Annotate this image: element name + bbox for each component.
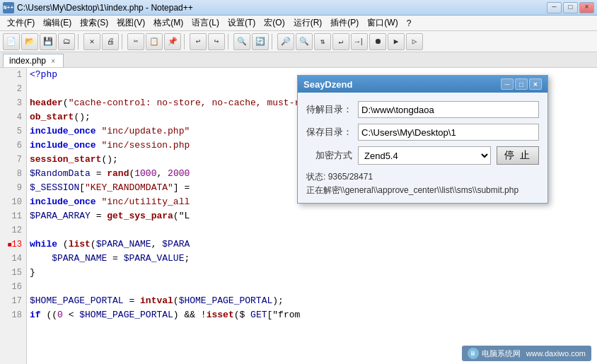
tab-index-php[interactable]: index.php × xyxy=(3,54,64,67)
toolbar-sep5 xyxy=(272,34,274,49)
watermark-text: 电脑系统网 xyxy=(482,348,521,359)
dialog-titlebar: SeayDzend ─ □ × xyxy=(298,76,547,93)
zoom-in-button[interactable]: 🔎 xyxy=(277,33,294,50)
dialog-body: 待解目录： 保存目录： 加密方式 Zend5.4 停 止 状态: 9365/28… xyxy=(298,93,547,203)
watermark-icon: 🖥 xyxy=(468,348,479,359)
menu-macro[interactable]: 宏(O) xyxy=(260,16,289,30)
macro-rec-button[interactable]: ⏺ xyxy=(369,33,386,50)
code-line-13: while (list($PARA_NAME, $PARA xyxy=(30,237,594,252)
line-num-8: 8 xyxy=(0,167,26,181)
indent-button[interactable]: →| xyxy=(351,33,368,50)
line-num-3: 3 xyxy=(0,96,26,110)
paste-button[interactable]: 📌 xyxy=(164,33,181,50)
toolbar-sep1 xyxy=(78,34,81,49)
replace-button[interactable]: 🔄 xyxy=(252,33,269,50)
window-controls: ─ □ × xyxy=(547,2,594,13)
line-num-11: 11 xyxy=(0,209,26,223)
source-dir-label: 待解目录： xyxy=(306,103,352,116)
line-num-4: 4 xyxy=(0,110,26,124)
line-num-18: 18 xyxy=(0,308,26,322)
code-line-14: $PARA_NAME = $PARA_VALUE; xyxy=(30,252,594,266)
macro-play-button[interactable]: ▶ xyxy=(388,33,405,50)
code-line-15: } xyxy=(30,266,594,280)
redo-button[interactable]: ↪ xyxy=(208,33,225,50)
dialog-maximize-button[interactable]: □ xyxy=(515,78,528,90)
line-num-1: 1 xyxy=(0,68,26,82)
maximize-button[interactable]: □ xyxy=(563,2,578,13)
tab-bar: index.php × xyxy=(0,52,597,68)
window-title: C:\Users\My\Desktop\1\index.php - Notepa… xyxy=(17,3,547,13)
word-wrap-button[interactable]: ↵ xyxy=(332,33,349,50)
line-num-9: 9 xyxy=(0,181,26,195)
source-dir-row: 待解目录： xyxy=(306,101,539,118)
code-line-17: $HOME_PAGE_PORTAL = intval($HOME_PAGE_PO… xyxy=(30,294,594,308)
menu-file[interactable]: 文件(F) xyxy=(3,16,39,30)
menu-run[interactable]: 运行(R) xyxy=(289,16,327,30)
toolbar-sep2 xyxy=(122,34,124,49)
stop-button[interactable]: 停 止 xyxy=(497,146,539,165)
target-dir-label: 保存目录： xyxy=(306,126,352,139)
encode-label: 加密方式 xyxy=(306,149,352,162)
target-dir-input[interactable] xyxy=(358,124,539,141)
menu-bar: 文件(F) 编辑(E) 搜索(S) 视图(V) 格式(M) 语言(L) 设置(T… xyxy=(0,16,597,31)
menu-settings[interactable]: 设置(T) xyxy=(224,16,260,30)
line-numbers: 1 2 3 4 5 6 7 8 9 10 11 12 ■13 14 15 16 … xyxy=(0,68,27,364)
app-icon: N++ xyxy=(3,2,14,13)
dialog-minimize-button[interactable]: ─ xyxy=(501,78,514,90)
code-line-12 xyxy=(30,223,594,237)
editor-area: 1 2 3 4 5 6 7 8 9 10 11 12 ■13 14 15 16 … xyxy=(0,68,597,364)
watermark: 🖥 电脑系统网 www.daxiwo.com xyxy=(462,346,591,361)
new-button[interactable]: 📄 xyxy=(3,33,20,50)
title-bar: N++ C:\Users\My\Desktop\1\index.php - No… xyxy=(0,0,597,16)
menu-format[interactable]: 格式(M) xyxy=(149,16,187,30)
menu-search[interactable]: 搜索(S) xyxy=(76,16,112,30)
toolbar-sep4 xyxy=(228,34,231,49)
code-line-11: $PARA_ARRAY = get_sys_para("L xyxy=(30,209,594,223)
undo-button[interactable]: ↩ xyxy=(190,33,207,50)
menu-edit[interactable]: 编辑(E) xyxy=(39,16,76,30)
cut-button[interactable]: ✂ xyxy=(127,33,144,50)
menu-view[interactable]: 视图(V) xyxy=(112,16,149,30)
menu-plugins[interactable]: 插件(P) xyxy=(326,16,363,30)
target-dir-row: 保存目录： xyxy=(306,124,539,141)
line-num-2: 2 xyxy=(0,82,26,96)
print-button[interactable]: 🖨 xyxy=(102,33,119,50)
run-button[interactable]: ▷ xyxy=(406,33,423,50)
line-num-6: 6 xyxy=(0,139,26,153)
line-num-10: 10 xyxy=(0,195,26,209)
line-num-14: 14 xyxy=(0,252,26,266)
line-num-15: 15 xyxy=(0,266,26,280)
find-button[interactable]: 🔍 xyxy=(233,33,250,50)
code-line-16 xyxy=(30,280,594,294)
line-num-12: 12 xyxy=(0,223,26,237)
status-line2: 正在解密\\general\\approve_center\\list\\sms… xyxy=(306,184,539,197)
tab-close-icon[interactable]: × xyxy=(49,57,57,65)
tab-label: index.php xyxy=(9,56,46,66)
close-button[interactable]: ✕ xyxy=(83,33,100,50)
toolbar: 📄 📂 💾 🗂 ✕ 🖨 ✂ 📋 📌 ↩ ↪ 🔍 🔄 🔎 🔍 ⇅ ↵ →| ⏺ ▶… xyxy=(0,31,597,52)
encode-row: 加密方式 Zend5.4 停 止 xyxy=(306,146,539,165)
menu-help[interactable]: ? xyxy=(402,16,416,30)
copy-button[interactable]: 📋 xyxy=(146,33,163,50)
seay-dzend-dialog: SeayDzend ─ □ × 待解目录： 保存目录： 加密方式 Ze xyxy=(297,75,548,204)
zoom-out-button[interactable]: 🔍 xyxy=(296,33,313,50)
save-button[interactable]: 💾 xyxy=(40,33,57,50)
line-num-5: 5 xyxy=(0,124,26,139)
encode-select[interactable]: Zend5.4 xyxy=(358,146,491,165)
toolbar-sep3 xyxy=(184,34,187,49)
line-num-7: 7 xyxy=(0,153,26,167)
dialog-title: SeayDzend xyxy=(303,79,499,90)
open-button[interactable]: 📂 xyxy=(21,33,38,50)
status-line1: 状态: 9365/28471 xyxy=(306,170,539,184)
menu-language[interactable]: 语言(L) xyxy=(187,16,224,30)
save-all-button[interactable]: 🗂 xyxy=(58,33,75,50)
line-num-13: ■13 xyxy=(0,237,26,252)
dialog-close-button[interactable]: × xyxy=(529,78,542,90)
source-dir-input[interactable] xyxy=(358,101,539,118)
dialog-status: 状态: 9365/28471 正在解密\\general\\approve_ce… xyxy=(306,170,539,197)
close-button[interactable]: × xyxy=(579,2,594,13)
menu-window[interactable]: 窗口(W) xyxy=(363,16,402,30)
minimize-button[interactable]: ─ xyxy=(547,2,562,13)
line-num-16: 16 xyxy=(0,280,26,294)
sync-button[interactable]: ⇅ xyxy=(314,33,331,50)
